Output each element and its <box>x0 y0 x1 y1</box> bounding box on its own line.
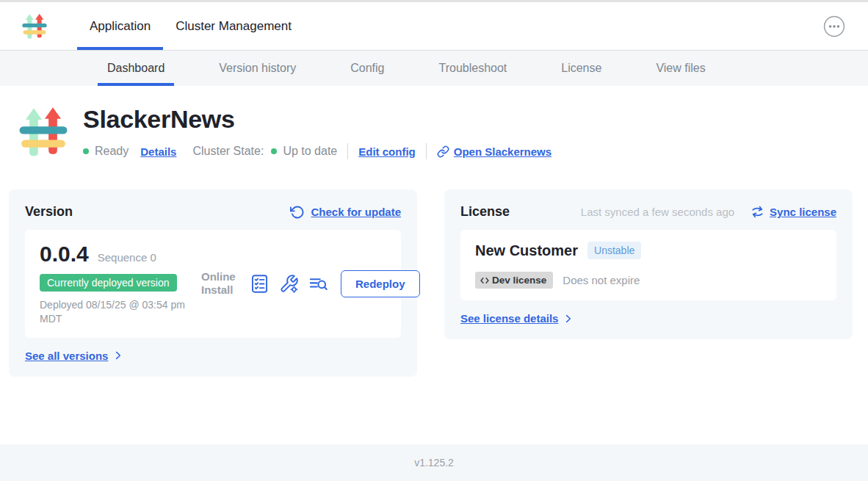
app-status-row: Ready Details Cluster State: Up to date … <box>83 143 551 159</box>
check-for-update-link[interactable]: Check for update <box>290 205 401 220</box>
app-status-label: Ready <box>95 145 129 158</box>
chevron-right-icon <box>113 350 123 361</box>
see-all-versions-link[interactable]: See all versions <box>25 350 123 362</box>
edit-config-link[interactable]: Edit config <box>358 145 416 158</box>
code-icon <box>480 275 490 286</box>
see-license-details-label: See license details <box>460 312 558 325</box>
subnav-item-config[interactable]: Config <box>341 51 394 86</box>
console-footer: v1.125.2 <box>0 444 868 481</box>
chevron-right-icon <box>563 314 574 324</box>
open-app-label: Open Slackernews <box>454 145 551 158</box>
checklist-icon <box>250 274 270 294</box>
cluster-state-value: Up to date <box>283 145 337 158</box>
sync-license-link[interactable]: Sync license <box>751 205 836 219</box>
license-card: License Last synced a few seconds ago Sy… <box>444 189 853 339</box>
version-card: Version Check for update 0.0.4 Sequence … <box>9 189 417 377</box>
preflight-checks-button[interactable] <box>250 274 270 294</box>
current-version-info: 0.0.4 Sequence 0 Currently deployed vers… <box>40 242 201 326</box>
dashboard-cards: Version Check for update 0.0.4 Sequence … <box>9 189 853 377</box>
details-link[interactable]: Details <box>140 145 176 158</box>
lines-magnifier-icon <box>308 274 328 294</box>
overflow-menu-button[interactable] <box>823 15 845 37</box>
customer-name: New Customer <box>475 242 578 259</box>
subnav-item-version-history[interactable]: Version history <box>209 51 305 86</box>
current-version-number: 0.0.4 <box>40 242 89 267</box>
wrench-gear-icon <box>279 274 299 294</box>
app-subnav: Dashboard Version history Config Trouble… <box>0 50 868 86</box>
license-type-label: Dev license <box>492 275 546 286</box>
divider <box>347 143 348 159</box>
app-header-bar: Application Cluster Management <box>0 2 868 50</box>
sync-license-label: Sync license <box>770 206 836 218</box>
see-license-details-link[interactable]: See license details <box>460 312 574 325</box>
app-title-block: SlackerNews Ready Details Cluster State:… <box>15 104 868 161</box>
subnav-item-view-files[interactable]: View files <box>646 51 715 86</box>
last-synced-label: Last synced a few seconds ago <box>581 206 734 218</box>
check-for-update-label: Check for update <box>311 206 401 218</box>
refresh-icon <box>290 205 305 220</box>
app-status-dot <box>83 148 89 154</box>
install-type-label: Online Install <box>201 270 241 298</box>
cluster-state-dot <box>271 148 277 154</box>
sequence-label: Sequence 0 <box>98 251 156 264</box>
tab-application[interactable]: Application <box>77 2 163 50</box>
divider <box>426 143 427 159</box>
console-version: v1.125.2 <box>414 457 454 469</box>
config-button[interactable] <box>279 274 299 294</box>
redeploy-button[interactable]: Redeploy <box>341 270 420 297</box>
primary-tabs: Application Cluster Management <box>77 2 304 50</box>
license-type-badge: Dev license <box>475 272 553 289</box>
ellipsis-circle-icon <box>823 15 845 37</box>
app-logo-icon <box>20 12 49 41</box>
current-version-panel: 0.0.4 Sequence 0 Currently deployed vers… <box>25 230 401 338</box>
expiration-label: Does not expire <box>563 274 640 286</box>
open-app-link[interactable]: Open Slackernews <box>437 145 551 158</box>
version-card-title: Version <box>25 204 73 220</box>
cluster-state-label: Cluster State: <box>192 145 264 158</box>
tab-cluster-management[interactable]: Cluster Management <box>163 2 304 50</box>
subnav-item-license[interactable]: License <box>551 51 611 86</box>
deploy-logs-button[interactable] <box>308 274 328 294</box>
see-all-versions-label: See all versions <box>25 350 108 362</box>
license-card-title: License <box>460 204 510 220</box>
deployed-badge: Currently deployed version <box>40 274 177 292</box>
license-details-panel: New Customer Unstable Dev license Does n… <box>460 230 836 300</box>
subnav-item-troubleshoot[interactable]: Troubleshoot <box>429 51 516 86</box>
chain-link-icon <box>437 145 449 158</box>
page-title: SlackerNews <box>83 104 551 134</box>
subnav-item-dashboard[interactable]: Dashboard <box>98 51 174 86</box>
channel-badge: Unstable <box>587 242 641 259</box>
deployed-timestamp: Deployed 08/15/25 @ 03:54 pm MDT <box>40 298 201 326</box>
app-icon <box>15 104 72 161</box>
sync-icon <box>751 205 764 219</box>
